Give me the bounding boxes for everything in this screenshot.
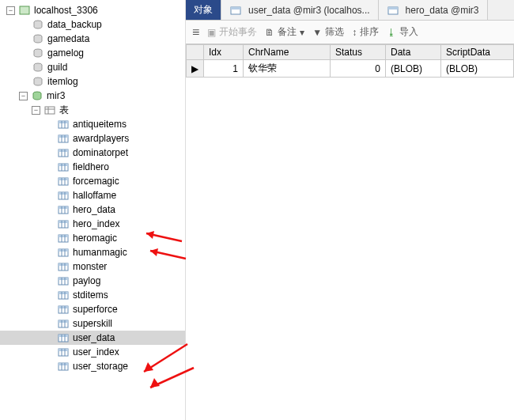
table-icon xyxy=(57,247,70,258)
tree-table-halloffame[interactable]: halloffame xyxy=(0,188,185,202)
tab-label: user_data @mir3 (localhos... xyxy=(248,5,370,16)
sort-button[interactable]: ↕排序 xyxy=(352,25,379,39)
tree-table-hero_index[interactable]: hero_index xyxy=(0,217,185,231)
current-row-marker: ▶ xyxy=(187,60,204,78)
tree-table-fieldhero[interactable]: fieldhero xyxy=(0,160,185,174)
svg-rect-63 xyxy=(59,306,68,308)
tables-label: 表 xyxy=(59,104,69,117)
cell-status[interactable]: 0 xyxy=(331,60,386,78)
table-label: hero_data xyxy=(73,204,115,215)
tree-table-stditems[interactable]: stditems xyxy=(0,288,185,302)
tree-table-user_data[interactable]: user_data xyxy=(0,331,185,345)
svg-rect-19 xyxy=(59,149,68,152)
tree-table-user_index[interactable]: user_index xyxy=(0,345,185,359)
col-idx[interactable]: Idx xyxy=(204,45,244,60)
table-icon xyxy=(57,161,70,172)
import-button[interactable]: ⭳导入 xyxy=(387,25,418,39)
play-icon: ▣ xyxy=(207,27,216,38)
db-label: gamedata xyxy=(47,33,89,44)
btn-label: 排序 xyxy=(360,25,379,39)
begin-transaction-button[interactable]: ▣开始事务 xyxy=(207,25,257,39)
tree-db-gamelog[interactable]: gamelog xyxy=(0,46,185,60)
col-chrname[interactable]: ChrName xyxy=(244,45,331,60)
tree-table-heromagic[interactable]: heromagic xyxy=(0,231,185,245)
svg-rect-31 xyxy=(59,192,68,195)
tab-label: 对象 xyxy=(194,3,213,17)
table-icon xyxy=(57,332,70,343)
funnel-icon: ▼ xyxy=(312,27,322,38)
svg-rect-39 xyxy=(59,221,68,223)
svg-rect-59 xyxy=(59,292,68,294)
collapse-icon[interactable]: − xyxy=(6,6,15,15)
table-row[interactable]: ▶ 1 钦华荣 0 (BLOB) (BLOB) xyxy=(187,60,514,78)
import-icon: ⭳ xyxy=(387,27,396,38)
tree-table-dominatorpet[interactable]: dominatorpet xyxy=(0,146,185,160)
tab-user-data[interactable]: user_data @mir3 (localhos... xyxy=(221,0,379,20)
tree-table-user_storage[interactable]: user_storage xyxy=(0,359,185,373)
tree-db-data_backup[interactable]: data_backup xyxy=(0,17,185,32)
cell-idx[interactable]: 1 xyxy=(204,60,244,78)
svg-rect-43 xyxy=(59,235,68,237)
tree-db-gamedata[interactable]: gamedata xyxy=(0,32,185,46)
svg-rect-79 xyxy=(59,363,68,365)
menu-button[interactable]: ≡ xyxy=(192,25,199,40)
tree-db-itemlog[interactable]: itemlog xyxy=(0,74,185,89)
database-icon xyxy=(32,62,44,73)
cell-chrname[interactable]: 钦华荣 xyxy=(244,60,331,78)
database-icon xyxy=(32,76,44,87)
tab-objects[interactable]: 对象 xyxy=(186,0,221,20)
table-label: humanmagic xyxy=(73,247,127,258)
tree-table-forcemagic[interactable]: forcemagic xyxy=(0,174,185,188)
db-label: guild xyxy=(47,62,67,73)
tree-root[interactable]: − localhost_3306 xyxy=(0,3,185,17)
table-label: dominatorpet xyxy=(73,147,128,158)
menu-icon: ≡ xyxy=(192,25,199,40)
tree-db-mir3[interactable]: − mir3 xyxy=(0,89,185,103)
db-label: itemlog xyxy=(47,76,78,87)
btn-label: 筛选 xyxy=(325,25,344,39)
table-label: fieldhero xyxy=(73,161,109,172)
tree-table-monster[interactable]: monster xyxy=(0,259,185,274)
cell-scriptdata[interactable]: (BLOB) xyxy=(441,60,514,78)
tree-table-superskill[interactable]: superskill xyxy=(0,316,185,331)
svg-rect-35 xyxy=(59,206,68,209)
table-label: user_data xyxy=(73,332,115,343)
collapse-icon[interactable]: − xyxy=(19,92,28,100)
table-icon xyxy=(387,5,399,16)
db-tree[interactable]: − localhost_3306 data_backupgamedatagame… xyxy=(0,0,186,420)
table-icon xyxy=(57,218,70,229)
col-data[interactable]: Data xyxy=(386,45,441,60)
tree-table-humanmagic[interactable]: humanmagic xyxy=(0,245,185,259)
table-icon xyxy=(57,346,70,358)
database-icon xyxy=(32,47,44,59)
tree-table-awardplayers[interactable]: awardplayers xyxy=(0,131,185,146)
tree-table-superforce[interactable]: superforce xyxy=(0,302,185,316)
tree-db-guild[interactable]: guild xyxy=(0,60,185,74)
table-label: stditems xyxy=(73,289,108,301)
table-icon xyxy=(57,318,70,329)
filter-button[interactable]: ▼筛选 xyxy=(312,25,344,39)
table-icon xyxy=(57,289,70,301)
data-grid[interactable]: Idx ChrName Status Data ScriptData ▶ 1 钦… xyxy=(186,44,514,420)
db-label: mir3 xyxy=(47,90,65,101)
tab-hero-data[interactable]: hero_data @mir3 xyxy=(379,0,488,20)
note-icon: 🗎 xyxy=(265,27,274,38)
table-icon xyxy=(57,190,70,201)
chevron-down-icon: ▾ xyxy=(300,27,304,38)
col-status[interactable]: Status xyxy=(331,45,386,60)
memo-button[interactable]: 🗎备注▾ xyxy=(265,25,304,39)
tree-tables-folder[interactable]: − 表 xyxy=(0,103,185,117)
collapse-icon[interactable]: − xyxy=(32,106,40,115)
sort-icon: ↕ xyxy=(352,27,357,38)
svg-rect-55 xyxy=(59,278,68,280)
btn-label: 导入 xyxy=(399,25,418,39)
header-row: Idx ChrName Status Data ScriptData xyxy=(187,45,514,60)
tree-table-hero_data[interactable]: hero_data xyxy=(0,202,185,217)
tree-table-paylog[interactable]: paylog xyxy=(0,274,185,288)
tree-table-antiqueitems[interactable]: antiqueitems xyxy=(0,117,185,131)
cell-data[interactable]: (BLOB) xyxy=(386,60,441,78)
svg-rect-15 xyxy=(59,135,68,138)
svg-rect-47 xyxy=(59,249,68,252)
table-label: awardplayers xyxy=(73,133,129,144)
col-scriptdata[interactable]: ScriptData xyxy=(441,45,514,60)
